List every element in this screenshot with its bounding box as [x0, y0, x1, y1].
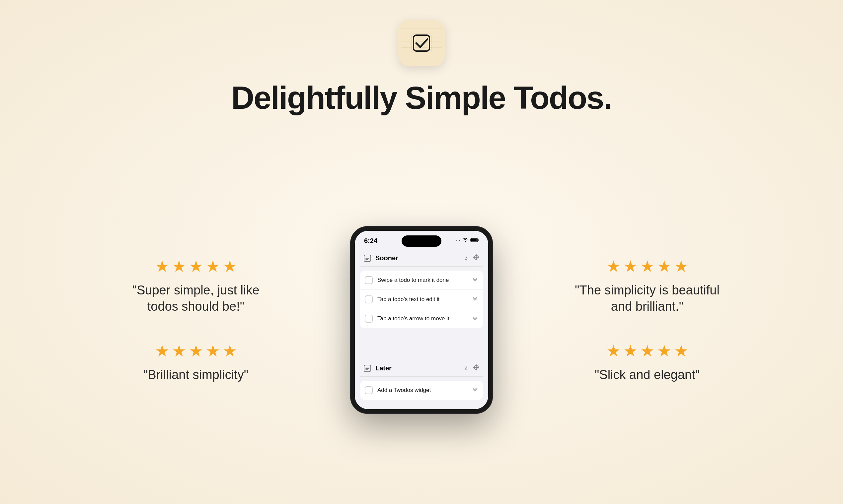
- star: ★: [623, 342, 638, 360]
- star: ★: [172, 342, 186, 360]
- star: ★: [155, 257, 169, 275]
- left-review-2: ★ ★ ★ ★ ★ "Brilliant simplicity": [119, 342, 272, 383]
- star: ★: [206, 257, 220, 275]
- todo-text-2: Tap a todo's text to edit it: [377, 296, 471, 303]
- dynamic-island: [401, 235, 442, 247]
- expand-icon-2[interactable]: [471, 295, 478, 303]
- sooner-todo-list: Swipe a todo to mark it done Tap a todo'…: [360, 271, 483, 328]
- app-icon: [398, 20, 445, 66]
- star: ★: [172, 257, 186, 275]
- star: ★: [657, 342, 671, 360]
- todo-item-2: Tap a todo's text to edit it: [360, 290, 483, 309]
- star: ★: [674, 342, 688, 360]
- todo-checkbox-2[interactable]: [365, 295, 373, 303]
- todo-text-4: Add a Twodos widget: [377, 387, 471, 394]
- sooner-count: 3: [464, 255, 468, 262]
- review-text-1: "Super simple, just like todos should be…: [123, 282, 269, 315]
- todo-text-3: Tap a todo's arrow to move it: [377, 315, 471, 322]
- wifi-icon: [462, 238, 468, 244]
- review-text-2: "Brilliant simplicity": [143, 367, 248, 383]
- star: ★: [189, 342, 203, 360]
- status-icons: ···: [456, 238, 479, 244]
- section-sooner-header: Sooner 3: [360, 249, 483, 267]
- main-title: Delightfully Simple Todos.: [231, 79, 612, 116]
- todo-text-1: Swipe a todo to mark it done: [377, 277, 471, 284]
- later-todo-list: Add a Twodos widget: [360, 381, 483, 400]
- stars-3: ★ ★ ★ ★ ★: [606, 257, 688, 275]
- star: ★: [606, 342, 621, 360]
- status-time: 6:24: [364, 237, 377, 245]
- stars-4: ★ ★ ★ ★ ★: [606, 342, 688, 360]
- star: ★: [606, 257, 621, 275]
- later-count: 2: [464, 365, 468, 372]
- star: ★: [189, 257, 203, 275]
- star: ★: [674, 257, 688, 275]
- right-reviews: ★ ★ ★ ★ ★ "The simplicity is beautiful a…: [551, 257, 743, 383]
- signal-icon: ···: [456, 238, 460, 244]
- svg-rect-3: [471, 239, 477, 241]
- svg-rect-4: [478, 239, 479, 241]
- todo-item-4: Add a Twodos widget: [360, 381, 483, 400]
- expand-icon-4[interactable]: [471, 386, 478, 395]
- right-review-1: ★ ★ ★ ★ ★ "The simplicity is beautiful a…: [571, 257, 724, 315]
- todo-item-1: Swipe a todo to mark it done: [360, 271, 483, 290]
- later-title: Later: [375, 364, 464, 372]
- battery-icon: [470, 238, 479, 244]
- phone-mockup: 6:24 ···: [350, 226, 493, 414]
- left-review-1: ★ ★ ★ ★ ★ "Super simple, just like todos…: [119, 257, 272, 315]
- star: ★: [657, 257, 671, 275]
- phone-screen: 6:24 ···: [355, 231, 488, 409]
- expand-icon-3[interactable]: [471, 315, 478, 323]
- stars-2: ★ ★ ★ ★ ★: [155, 342, 237, 360]
- star: ★: [623, 257, 638, 275]
- later-move-icon: [472, 363, 480, 373]
- review-text-3: "The simplicity is beautiful and brillia…: [574, 282, 720, 315]
- sooner-title: Sooner: [375, 254, 464, 262]
- todo-checkbox-3[interactable]: [365, 315, 373, 323]
- app-content: Sooner 3 Swipe a todo to mark it: [355, 249, 488, 409]
- star: ★: [223, 342, 237, 360]
- stars-1: ★ ★ ★ ★ ★: [155, 257, 237, 275]
- review-text-4: "Slick and elegant": [595, 367, 700, 383]
- empty-space: [360, 332, 483, 359]
- star: ★: [206, 342, 220, 360]
- left-reviews: ★ ★ ★ ★ ★ "Super simple, just like todos…: [100, 257, 292, 383]
- star: ★: [640, 342, 654, 360]
- expand-icon-1[interactable]: [471, 276, 478, 284]
- right-review-2: ★ ★ ★ ★ ★ "Slick and elegant": [571, 342, 724, 383]
- todo-checkbox-1[interactable]: [365, 276, 373, 284]
- star: ★: [223, 257, 237, 275]
- todo-item-3: Tap a todo's arrow to move it: [360, 309, 483, 328]
- star: ★: [640, 257, 654, 275]
- section-later-header: Later 2: [360, 359, 483, 377]
- move-icon: [472, 253, 480, 263]
- star: ★: [155, 342, 169, 360]
- todo-checkbox-4[interactable]: [365, 386, 373, 394]
